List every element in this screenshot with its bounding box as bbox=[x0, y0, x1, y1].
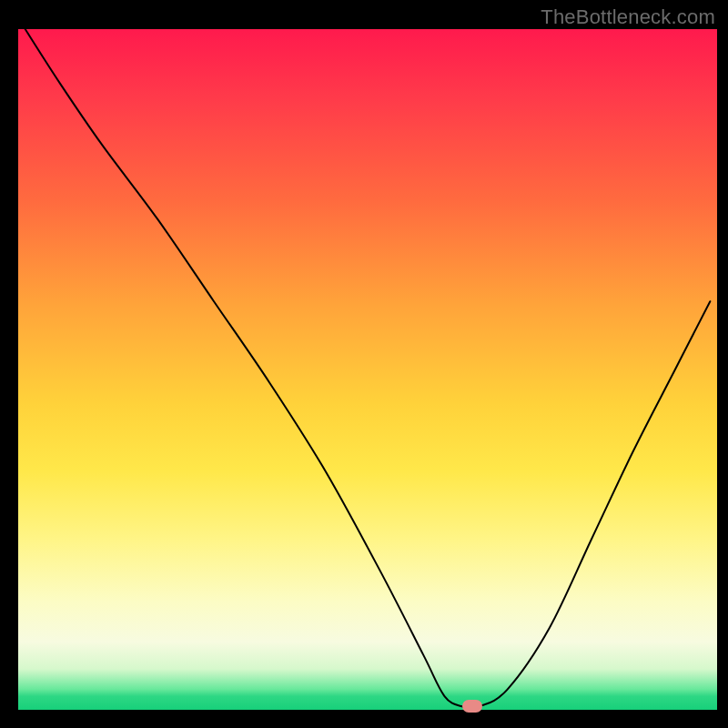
optimal-marker bbox=[462, 700, 482, 713]
curve-overlay bbox=[18, 29, 717, 710]
chart-frame: TheBottleneck.com bbox=[0, 0, 728, 728]
plot-area bbox=[18, 29, 717, 710]
attribution-label: TheBottleneck.com bbox=[541, 5, 715, 29]
bottleneck-curve bbox=[25, 29, 711, 708]
